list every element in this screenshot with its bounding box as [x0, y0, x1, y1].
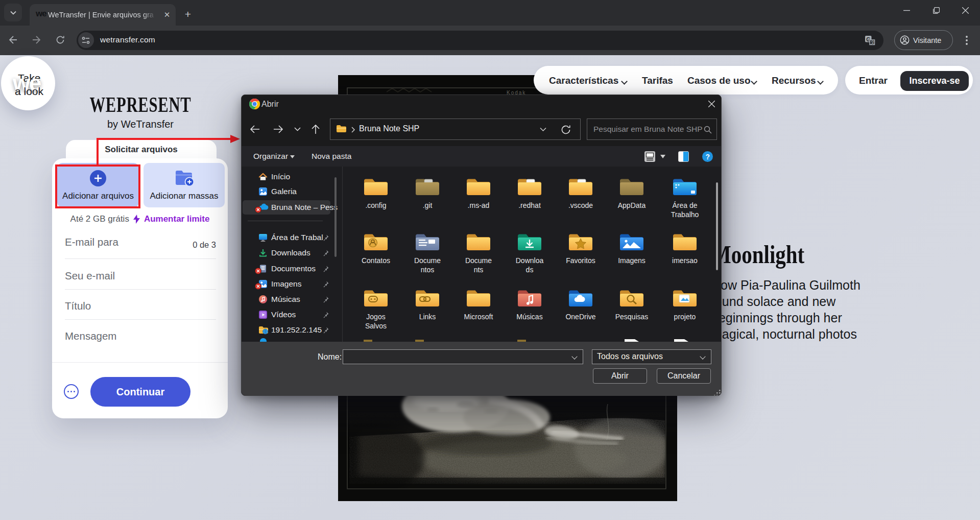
- svg-text:?: ?: [706, 153, 710, 161]
- svg-text:文: 文: [871, 40, 875, 45]
